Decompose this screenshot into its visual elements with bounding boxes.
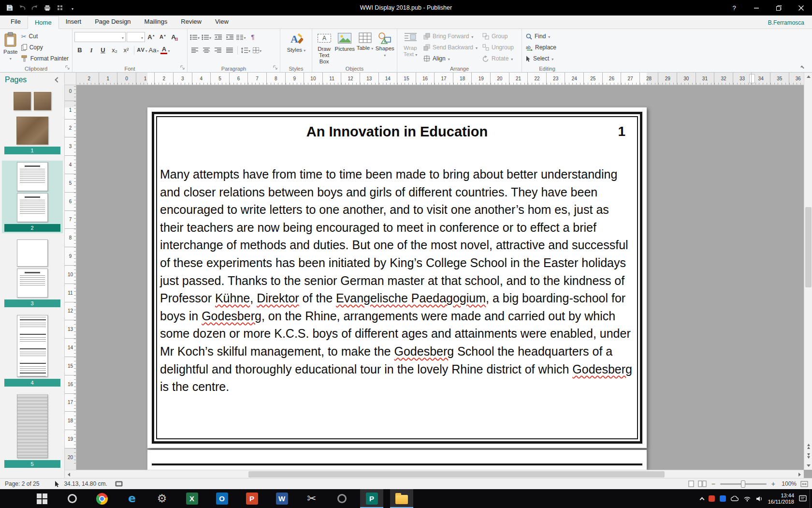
tray-expand-icon[interactable] [699, 497, 704, 502]
page-entry-5[interactable]: 5 [2, 393, 63, 469]
action-center-icon[interactable] [799, 495, 807, 502]
pictures-button[interactable]: Pictures [334, 31, 355, 53]
page-thumbnail[interactable] [17, 193, 48, 222]
grow-font-button[interactable]: A▲ [146, 32, 157, 42]
align-button[interactable]: Align [421, 53, 480, 64]
vertical-scroll-thumb[interactable] [805, 207, 812, 287]
taskbar-clock[interactable]: 13:44 16/11/2018 [768, 493, 794, 505]
page-thumbnail[interactable] [17, 239, 48, 267]
paste-button[interactable]: Paste [2, 31, 19, 62]
minimize-button[interactable] [745, 0, 768, 15]
tab-review[interactable]: Review [174, 15, 208, 29]
increase-indent-button[interactable] [224, 32, 235, 42]
page-number-strip[interactable]: 1 [4, 147, 60, 154]
font-color-button[interactable]: A [160, 45, 171, 55]
snipping-tool-button[interactable]: ✂ [300, 489, 323, 508]
page-number-strip[interactable]: 4 [4, 379, 60, 387]
ungroup-button[interactable]: Ungroup [480, 42, 518, 53]
close-button[interactable] [790, 0, 812, 15]
page-number-strip[interactable]: 3 [4, 299, 60, 307]
document-canvas[interactable]: An Innovation in Education 1 Many attemp… [76, 85, 804, 470]
tray-app-red-icon[interactable] [709, 495, 715, 502]
restore-button[interactable] [768, 0, 790, 15]
draw-text-box-button[interactable]: A Draw Text Box [314, 31, 334, 66]
page-entry-3[interactable]: 3 [2, 238, 63, 309]
select-button[interactable]: Select [524, 53, 558, 64]
font-size-combo[interactable] [127, 32, 145, 42]
zoom-level[interactable]: 100% [780, 480, 797, 487]
scroll-right-button[interactable] [796, 470, 804, 478]
fit-page-button[interactable] [800, 481, 808, 487]
article-body[interactable]: Many attempts have from time to time bee… [160, 165, 636, 396]
save-button[interactable] [4, 1, 15, 14]
excel-button[interactable]: X [180, 489, 203, 508]
word-button[interactable]: W [270, 489, 293, 508]
copy-button[interactable]: Copy [19, 42, 71, 53]
onedrive-icon[interactable] [731, 496, 739, 501]
page-thumbnail[interactable] [17, 394, 48, 458]
decrease-indent-button[interactable] [213, 32, 223, 42]
page-number-strip[interactable]: 5 [4, 460, 60, 468]
start-button[interactable] [30, 489, 54, 508]
tab-mailings[interactable]: Mailings [138, 15, 174, 29]
group-button[interactable]: Group [480, 31, 518, 42]
wrap-text-button[interactable]: Wrap Text [399, 31, 421, 59]
paragraph-dialog-launcher[interactable] [273, 65, 278, 71]
rotate-button[interactable]: Rotate [480, 53, 518, 64]
touch-mode-button[interactable] [54, 1, 66, 14]
align-left-button[interactable] [189, 45, 200, 55]
horizontal-scrollbar[interactable] [65, 470, 804, 478]
collapse-pages-panel-icon[interactable] [55, 77, 60, 82]
scroll-down-button[interactable] [804, 462, 812, 470]
camera-app-button[interactable] [330, 489, 353, 508]
chrome-button[interactable] [90, 489, 114, 508]
character-spacing-button[interactable]: AV [137, 45, 147, 55]
undo-button[interactable] [16, 1, 28, 14]
edge-button[interactable]: e [120, 489, 144, 508]
volume-icon[interactable] [756, 496, 763, 502]
page-number-strip[interactable]: 2 [4, 224, 60, 232]
collapse-ribbon-button[interactable] [798, 63, 806, 69]
page-thumbnail[interactable] [14, 92, 31, 110]
tab-view[interactable]: View [208, 15, 235, 29]
superscript-button[interactable]: x² [121, 45, 131, 55]
previous-page-button[interactable] [804, 442, 812, 450]
powerpoint-button[interactable]: P [240, 489, 263, 508]
align-right-button[interactable] [213, 45, 223, 55]
bullets-button[interactable] [189, 32, 200, 42]
page-entry-2[interactable]: 2 [2, 161, 63, 233]
page-thumbnail[interactable] [17, 315, 48, 377]
cut-button[interactable]: ✂Cut [19, 31, 71, 42]
scroll-up-button[interactable] [804, 73, 812, 81]
formatting-marks-button[interactable]: ¶ [247, 32, 258, 42]
article-title[interactable]: An Innovation in Education [147, 124, 647, 140]
page-thumbnail[interactable] [16, 117, 48, 145]
vertical-scrollbar[interactable] [804, 73, 812, 470]
italic-button[interactable]: I [86, 45, 97, 55]
help-button[interactable]: ? [723, 0, 745, 15]
zoom-in-button[interactable]: + [770, 480, 776, 487]
outlook-button[interactable]: O [210, 489, 233, 508]
line-spacing-button[interactable] [240, 45, 251, 55]
format-painter-button[interactable]: Format Painter [19, 53, 71, 64]
two-page-spread-view-button[interactable] [698, 480, 707, 487]
file-explorer-button[interactable] [390, 489, 413, 508]
tab-insert[interactable]: Insert [59, 15, 88, 29]
redo-button[interactable] [29, 1, 41, 14]
cortana-search-button[interactable] [60, 489, 84, 508]
borders-button[interactable] [252, 45, 262, 55]
columns-button[interactable] [236, 32, 246, 42]
shapes-button[interactable]: Shapes [375, 31, 395, 59]
next-page-button[interactable] [804, 452, 812, 460]
page-thumbnail[interactable] [17, 162, 48, 191]
zoom-out-button[interactable]: − [710, 480, 716, 487]
clipboard-dialog-launcher[interactable] [65, 65, 71, 71]
account-name[interactable]: B.Ferramosca [768, 19, 812, 29]
bold-button[interactable]: B [74, 45, 85, 55]
font-dialog-launcher[interactable] [180, 65, 186, 71]
find-button[interactable]: Find [524, 31, 558, 42]
tab-home[interactable]: Home [28, 16, 59, 29]
page-entry-1[interactable]: 1 [2, 115, 63, 156]
horizontal-ruler[interactable]: 2101234567891011121314151617181920212223… [76, 73, 804, 85]
partial-page-thumbnails[interactable] [14, 92, 51, 110]
